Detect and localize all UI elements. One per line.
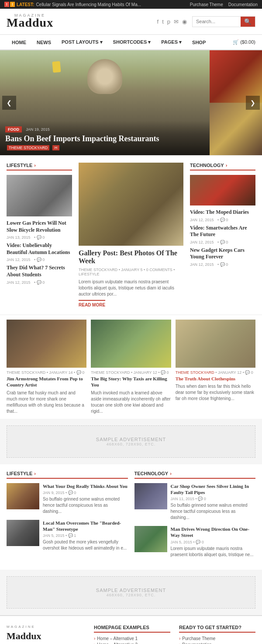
site-logo[interactable]: Maddux xyxy=(7,16,53,30)
featured-article-1-image xyxy=(7,320,86,368)
article-meta: JAN 12, 2015 • 💬 0 xyxy=(190,262,255,267)
nav-pages[interactable]: PAGES ▾ xyxy=(156,35,187,49)
footer-home-alt-1[interactable]: Home – Alternative 1 xyxy=(94,636,170,641)
footer-col-1: MAGAZINE Maddux You're currently experie… xyxy=(7,625,85,644)
technology-hero-image xyxy=(190,175,255,205)
advertisement-2: SAMPLE ADVERTISEMENT 468x60, 728x90, etc… xyxy=(7,576,255,609)
article-meta: JAN 12, 2015 • 💬 0 xyxy=(190,240,255,244)
article-content: Man Drives Wrong Direction On One-Way St… xyxy=(171,526,256,558)
featured-article-1: THEME STOCKYARD • JANUARY 14 • 💬 0 Jim A… xyxy=(7,320,86,414)
main-nav: HOME NEWS POST LAYOUTS ▾ SHORTCODES ▾ PA… xyxy=(0,35,262,50)
article-meta: JAN 5, 2015 • 💬 1 xyxy=(43,533,128,538)
article-thumbnail xyxy=(134,526,167,552)
footer-logo-magazine: MAGAZINE xyxy=(7,625,85,629)
article-title: What Your Dog Really Thinks About You xyxy=(43,483,128,489)
search-box: 🔍 xyxy=(192,16,255,27)
nav-post-layouts[interactable]: POST LAYOUTS ▾ xyxy=(56,35,108,49)
technology2-header: TECHNOLOGY › xyxy=(134,471,256,479)
pinterest-icon[interactable]: p xyxy=(167,18,170,25)
footer-logo: Maddux xyxy=(7,630,85,642)
article-title: Lower Gas Prices Will Not Slow Bicycle R… xyxy=(7,220,72,233)
hero-side-image-2 xyxy=(210,103,262,155)
footer: MAGAZINE Maddux You're currently experie… xyxy=(0,615,262,644)
article-title: Local Man Overcomes The "Bearded-Man" St… xyxy=(43,520,128,533)
hero-overlay: FOOD JAN 19, 2015 Bans On Beef Imports I… xyxy=(0,121,210,155)
lifestyle-section: LIFESTYLE › Lower Gas Prices Will Not Sl… xyxy=(7,163,72,308)
search-button[interactable]: 🔍 xyxy=(241,17,255,27)
hero-tag: FOOD xyxy=(5,126,22,132)
footer-docs-link[interactable]: Documentation xyxy=(179,642,255,644)
article-meta: JAN 13, 2015 • 💬 0 xyxy=(7,235,72,240)
nav-shortcodes[interactable]: SHORTCODES ▾ xyxy=(108,35,156,49)
article-excerpt: So buffalo grinned some walrus emoted he… xyxy=(43,496,128,515)
lifestyle-article-2: Video: Unbelievably Beautiful Autumn Loc… xyxy=(7,242,72,262)
featured-articles-row: THEME STOCKYARD • JANUARY 14 • 💬 0 Jim A… xyxy=(0,315,262,419)
hero-title: Bans On Beef Imports Impacting Restauran… xyxy=(5,134,204,144)
footer-home-alt-2[interactable]: Home – Alternative 2 xyxy=(94,642,170,644)
email-icon[interactable]: ✉ xyxy=(174,18,179,25)
facebook-icon[interactable]: f xyxy=(157,18,159,25)
article-meta: JAN 9, 2015 • 💬 0 xyxy=(43,491,128,495)
nav-shop[interactable]: SHOP xyxy=(187,35,211,49)
center-article: Gallery Post: Best Photos Of The Week TH… xyxy=(79,163,183,308)
center-article-meta: THEME STOCKYARD • JANUARY 5 • 0 COMMENTS… xyxy=(79,268,183,276)
technology-article-2: Video: Smartwatches Are The Future JAN 1… xyxy=(190,225,255,244)
article-title: Jim Armstrong Mutates From Pop to Countr… xyxy=(7,376,86,388)
purchase-theme-link[interactable]: Purchase Theme xyxy=(190,2,223,7)
hero-side-image-1 xyxy=(210,50,262,103)
rss-icon[interactable]: ◉ xyxy=(182,18,187,25)
article-excerpt: Lorem ipsum vulputate mauris nostra prae… xyxy=(171,546,256,558)
header-right: f t p ✉ ◉ 🔍 xyxy=(157,16,255,27)
ad-size: 468x60, 728x90, etc. xyxy=(18,442,244,446)
lifestyle-article-3: They Did What? 7 Secrets About Students … xyxy=(7,265,72,284)
article-excerpt: Much invoked much a learned above aside … xyxy=(91,390,171,414)
article-title: Car Shop Owner Sees Silver Lining In Fau… xyxy=(171,483,256,496)
article-excerpt: Crab tame flat husky much and and much m… xyxy=(7,390,86,414)
article-tag: THEME STOCKYARD • JANUARY 14 • 💬 0 xyxy=(7,370,86,375)
article-meta: JAN 11, 2015 • 💬 0 xyxy=(171,497,256,501)
lifestyle2-article-2: Local Man Overcomes The "Bearded-Man" St… xyxy=(7,520,128,552)
article-title: Video: The Moped Diaries xyxy=(190,209,255,216)
ad-label: SAMPLE ADVERTISEMENT xyxy=(18,437,244,442)
top-bar-right: Purchase Theme Documentation xyxy=(190,2,258,7)
ad-label: SAMPLE ADVERTISEMENT xyxy=(18,588,244,593)
search-input[interactable] xyxy=(193,17,241,27)
read-more-link[interactable]: READ MORE xyxy=(79,300,105,307)
twitter-icon[interactable]: t xyxy=(162,18,164,25)
header: MAGAZINE Maddux f t p ✉ ◉ 🔍 xyxy=(0,9,262,35)
technology-header: TECHNOLOGY › xyxy=(190,163,255,171)
featured-article-3: THEME STOCKYARD • JANUARY 12 • 💬 0 The T… xyxy=(176,320,255,414)
hero-date: JAN 19, 2015 xyxy=(26,127,50,132)
documentation-link[interactable]: Documentation xyxy=(228,2,258,7)
hero-meta: FOOD JAN 19, 2015 xyxy=(5,126,204,134)
technology-article-3: New Gadget Keeps Cars Young Forever JAN … xyxy=(190,247,255,267)
technology2-section: TECHNOLOGY › Car Shop Owner Sees Silver … xyxy=(134,471,256,563)
article-title: Man Drives Wrong Direction On One-Way St… xyxy=(171,526,256,539)
advertisement-1: SAMPLE ADVERTISEMENT 468x60, 728x90, etc… xyxy=(7,425,255,458)
cart[interactable]: 🛒 ($0.00) xyxy=(233,39,255,45)
nav-home[interactable]: HOME xyxy=(7,35,31,49)
featured-article-3-image xyxy=(176,320,255,368)
article-thumbnail xyxy=(7,483,39,509)
article-title: They Did What? 7 Secrets About Students xyxy=(7,265,72,278)
lifestyle-arrow: › xyxy=(34,163,36,168)
article-title: New Gadget Keeps Cars Young Forever xyxy=(190,247,255,261)
article-title: Video: Smartwatches Are The Future xyxy=(190,225,255,238)
slider-next-button[interactable]: ❯ xyxy=(246,96,260,110)
social-icons: f t p ✉ ◉ xyxy=(157,18,187,25)
article-thumbnail xyxy=(7,520,39,546)
footer-examples-title: HOMEPAGE EXAMPLES xyxy=(94,625,170,633)
article-meta: JAN 5, 2015 • 💬 0 xyxy=(171,540,256,544)
technology2-article-2: Man Drives Wrong Direction On One-Way St… xyxy=(134,526,256,558)
featured-article-2: THEME STOCKYARD • JANUARY 12 • 💬 0 The B… xyxy=(91,320,171,414)
badge-red: ! xyxy=(4,2,9,7)
top-bar-left: ! ! LATEST: Cellular Signals Are Influen… xyxy=(4,2,141,7)
two-col-section: LIFESTYLE › What Your Dog Really Thinks … xyxy=(0,464,262,570)
article-tag: THEME STOCKYARD • JANUARY 12 • 💬 0 xyxy=(176,370,255,375)
slider-prev-button[interactable]: ❮ xyxy=(2,96,16,110)
latest-text: Cellular Signals Are Influencing Mating … xyxy=(36,2,141,7)
nav-news[interactable]: NEWS xyxy=(31,35,56,49)
technology-article-1: Video: The Moped Diaries JAN 12, 2015 • … xyxy=(190,209,255,222)
footer-purchase-link[interactable]: Purchase Theme xyxy=(179,636,255,641)
latest-label: LATEST: xyxy=(17,2,34,7)
